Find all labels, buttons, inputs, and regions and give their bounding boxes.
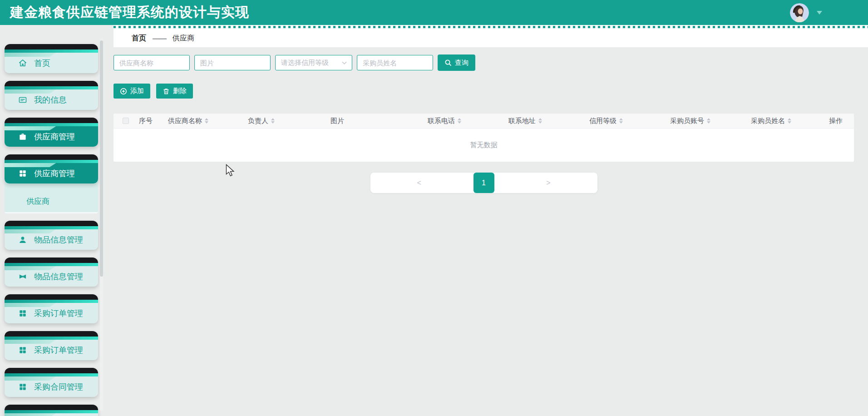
card-wedge [5, 413, 56, 416]
avatar[interactable] [790, 3, 809, 22]
card-wedge [5, 163, 56, 167]
card-wedge [5, 53, 56, 57]
sidebar-item-item-info-management-2[interactable]: 物品信息管理 [5, 258, 98, 287]
card-stripe [5, 160, 98, 163]
add-button[interactable]: 添加 [113, 84, 150, 99]
sidebar-menu: 首页我的信息供应商管理供应商管理供应商物品信息管理物品信息管理采购订单管理采购订… [0, 44, 104, 416]
sort-icon[interactable] [707, 118, 710, 124]
card-top-bar [5, 118, 98, 123]
app-header: 建金粮食供应链管理系统的设计与实现 [0, 0, 868, 25]
image-input[interactable] [194, 55, 271, 70]
credit-rating-select-placeholder: 请选择信用等级 [281, 59, 329, 67]
card-stripe [5, 226, 98, 229]
buyer-name-input[interactable] [357, 55, 433, 70]
column-header-contact-phone[interactable]: 联系电话 [418, 117, 498, 125]
column-label: 负责人 [248, 117, 268, 125]
breadcrumb-current: 供应商 [173, 34, 194, 43]
sidebar-item-purchase-order-management-2[interactable]: 采购订单管理 [5, 331, 98, 360]
card-top-bar [5, 81, 98, 86]
page-title: 建金粮食供应链管理系统的设计与实现 [10, 3, 249, 22]
sort-icon[interactable] [538, 118, 542, 124]
sidebar-scrollbar-thumb[interactable] [100, 40, 103, 277]
column-label: 采购员姓名 [751, 117, 785, 125]
column-header-buyer-name[interactable]: 采购员姓名 [741, 117, 819, 125]
card-top-bar [5, 44, 98, 50]
current-page-button[interactable]: 1 [473, 173, 494, 193]
trash-icon [163, 88, 170, 95]
sidebar-item-item-info-management-1[interactable]: 物品信息管理 [5, 221, 98, 250]
card-wedge [5, 376, 56, 381]
main-content: 首页 —— 供应商 请选择信用等级 查询 [104, 25, 868, 416]
pagination-wrap: < 1 > [113, 173, 854, 193]
credit-rating-select[interactable]: 请选择信用等级 [275, 55, 352, 70]
sidebar-subitem-supplier[interactable]: 供应商 [5, 191, 98, 212]
card-top-bar [5, 294, 98, 300]
column-label: 联系电话 [428, 117, 455, 125]
sort-icon[interactable] [271, 118, 275, 124]
card-top-bar [5, 221, 98, 226]
column-label: 供应商名称 [168, 117, 202, 125]
column-header-contact-address[interactable]: 联系地址 [498, 117, 579, 125]
column-header-index: 序号 [129, 117, 158, 125]
card-stripe [5, 50, 98, 53]
toolbar: 添加 删除 [113, 84, 868, 99]
supplier-table: 序号供应商名称负责人图片联系电话联系地址信用等级采购员账号采购员姓名操作 暂无数… [113, 114, 854, 162]
sidebar-item-home[interactable]: 首页 [5, 44, 98, 73]
sort-icon[interactable] [205, 118, 208, 124]
card-wedge [5, 126, 56, 130]
select-all-cell [113, 118, 129, 124]
sidebar-item-supplier-management-2[interactable]: 供应商管理 [5, 154, 98, 183]
card-stripe [5, 300, 98, 303]
card-wedge [5, 266, 56, 270]
sidebar-item-label: 采购订单管理 [34, 345, 83, 356]
column-header-supplier-name[interactable]: 供应商名称 [158, 117, 238, 125]
sidebar-item-purchase-contract-management[interactable]: 采购合同管理 [5, 368, 98, 397]
column-header-principal[interactable]: 负责人 [238, 117, 321, 125]
column-label: 信用等级 [589, 117, 616, 125]
sort-icon[interactable] [458, 118, 461, 124]
next-page-button[interactable]: > [546, 179, 550, 187]
column-label: 序号 [139, 117, 153, 125]
select-all-checkbox[interactable] [123, 118, 129, 124]
add-button-label: 添加 [130, 87, 144, 95]
empty-data-text: 暂无数据 [470, 141, 498, 149]
column-label: 采购员账号 [670, 117, 704, 125]
sort-icon[interactable] [619, 118, 623, 124]
sidebar-submenu: 供应商 [5, 182, 98, 213]
breadcrumb-separator: —— [153, 35, 166, 43]
sidebar-item-purchase-order-management-1[interactable]: 采购订单管理 [5, 294, 98, 323]
column-label: 操作 [829, 117, 843, 125]
sidebar-item-my-info[interactable]: 我的信息 [5, 81, 98, 110]
delete-button[interactable]: 删除 [156, 84, 193, 99]
chevron-down-icon[interactable] [816, 10, 823, 15]
prev-page-button[interactable]: < [417, 179, 421, 187]
card-top-bar [5, 154, 98, 160]
home-icon [18, 59, 27, 68]
sidebar-item-label: 我的信息 [34, 94, 67, 105]
grid-icon [18, 382, 27, 391]
sort-icon[interactable] [788, 118, 791, 124]
sidebar-item-label: 供应商管理 [34, 131, 75, 142]
card-stripe [5, 337, 98, 340]
grid-icon [18, 346, 27, 355]
supplier-name-input[interactable] [113, 55, 190, 70]
breadcrumb-home[interactable]: 首页 [132, 34, 146, 43]
card-top-bar [5, 258, 98, 263]
sidebar-item-label: 首页 [34, 58, 50, 69]
table-header-row: 序号供应商名称负责人图片联系电话联系地址信用等级采购员账号采购员姓名操作 [113, 114, 854, 129]
column-header-credit-rating[interactable]: 信用等级 [579, 117, 660, 125]
card-top-bar [5, 405, 98, 410]
sidebar-item-label: 供应商管理 [34, 168, 75, 179]
card-wedge [5, 340, 56, 344]
grid-icon [18, 309, 27, 318]
header-user-area [790, 3, 823, 22]
column-header-actions: 操作 [819, 117, 854, 125]
sidebar-item-partial-item[interactable] [5, 405, 98, 416]
card-wedge [5, 303, 56, 307]
sidebar-item-supplier-management-1[interactable]: 供应商管理 [5, 118, 98, 147]
query-button-label: 查询 [455, 59, 469, 67]
sidebar-item-label: 采购订单管理 [34, 308, 83, 319]
column-header-buyer-account[interactable]: 采购员账号 [660, 117, 741, 125]
query-button[interactable]: 查询 [438, 54, 475, 71]
card-stripe [5, 263, 98, 266]
